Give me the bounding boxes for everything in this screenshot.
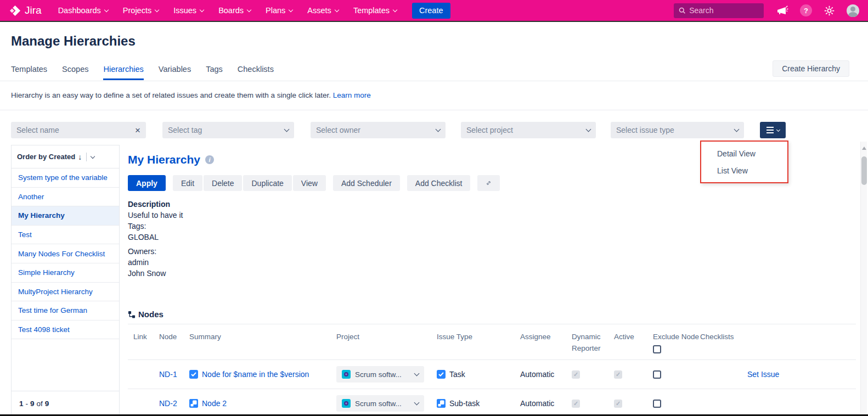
column-header-project: Project — [336, 331, 437, 354]
select-owner-filter[interactable]: Select owner — [311, 122, 446, 138]
task-type-icon — [437, 370, 446, 379]
view-options-button[interactable] — [760, 122, 786, 138]
menu-item-list-view[interactable]: List View — [701, 162, 787, 179]
assignee-value: Automatic — [520, 399, 572, 408]
link-icon — [486, 178, 492, 188]
set-issue-link[interactable]: Set Issue — [747, 370, 779, 379]
tab-tags[interactable]: Tags — [206, 65, 223, 80]
description-label: Description — [128, 199, 856, 210]
sidebar-item[interactable]: System type of the variable — [12, 168, 119, 188]
create-hierarchy-button[interactable]: Create Hierarchy — [773, 60, 849, 77]
delete-button[interactable]: Delete — [204, 175, 242, 191]
copy-link-button[interactable] — [477, 175, 500, 191]
tags-value: GLOBAL — [128, 232, 856, 243]
action-button-group: Edit Delete Duplicate View — [173, 175, 326, 191]
description-value: Useful to have it — [128, 210, 856, 221]
project-select[interactable]: Scrum softw... — [336, 366, 424, 383]
dynamic-reporter-checkbox: ✓ — [572, 370, 580, 379]
sidebar-item[interactable]: Many Nodes For Checklist — [12, 244, 119, 263]
tab-scopes[interactable]: Scopes — [62, 65, 88, 80]
edit-button[interactable]: Edit — [173, 175, 202, 191]
scroll-up-arrow-icon[interactable] — [862, 147, 866, 150]
sidebar-item[interactable]: Another — [12, 188, 119, 207]
subtask-type-icon — [437, 399, 446, 408]
learn-more-link[interactable]: Learn more — [333, 91, 371, 99]
view-options-menu: Detail View List View — [700, 140, 788, 183]
sort-descending-icon[interactable]: ↓ — [78, 153, 82, 161]
select-project-filter[interactable]: Select project — [461, 122, 596, 138]
vertical-scrollbar[interactable] — [860, 142, 867, 413]
node-id-link[interactable]: ND-2 — [159, 399, 177, 408]
jira-logo[interactable]: Jira — [9, 4, 42, 17]
active-checkbox: ✓ — [614, 370, 622, 379]
project-select[interactable]: Scrum softw... — [336, 395, 424, 412]
node-id-link[interactable]: ND-1 — [159, 370, 177, 379]
column-header-node: Node — [159, 331, 189, 354]
user-avatar[interactable] — [847, 4, 859, 17]
node-summary-link[interactable]: Node for $name in the $version — [202, 370, 309, 379]
menu-item-detail-view[interactable]: Detail View — [701, 145, 787, 162]
column-header-link: Link — [133, 331, 159, 354]
create-button[interactable]: Create — [412, 3, 450, 19]
megaphone-icon[interactable] — [775, 4, 788, 17]
info-icon[interactable]: i — [205, 155, 214, 164]
sidebar-item[interactable]: Test time for German — [12, 301, 119, 321]
hierarchy-description: Description Useful to have it Tags: GLOB… — [128, 199, 856, 279]
tab-bar: Templates Scopes Hierarchies Variables T… — [11, 65, 274, 80]
sidebar-item[interactable]: Test — [12, 226, 119, 245]
nodes-table-header: Link Node Summary Project Issue Type Ass… — [128, 324, 856, 360]
tab-templates[interactable]: Templates — [11, 65, 47, 80]
nav-item-projects[interactable]: Projects — [123, 6, 159, 15]
sidebar-item[interactable]: Test 4098 ticket — [12, 321, 119, 340]
sidebar-item-selected[interactable]: My Hierarchy — [12, 206, 119, 226]
tab-variables[interactable]: Variables — [159, 65, 191, 80]
chevron-down-icon — [155, 7, 159, 12]
chevron-down-icon — [436, 126, 441, 132]
exclude-node-checkbox[interactable] — [653, 400, 661, 408]
tab-checklists[interactable]: Checklists — [238, 65, 274, 80]
select-name-filter[interactable]: × — [11, 122, 146, 138]
nav-item-boards[interactable]: Boards — [218, 6, 251, 15]
clear-icon[interactable]: × — [135, 126, 140, 135]
apply-button[interactable]: Apply — [128, 175, 166, 191]
column-header-assignee: Assignee — [520, 331, 572, 354]
tab-hierarchies[interactable]: Hierarchies — [103, 65, 143, 80]
search-input[interactable] — [689, 6, 759, 15]
active-checkbox: ✓ — [614, 400, 622, 408]
select-tag-filter[interactable]: Select tag — [162, 122, 294, 138]
sidebar-item[interactable]: Simple Hierarchy — [12, 263, 119, 283]
nav-item-dashboards[interactable]: Dashboards — [58, 6, 108, 15]
add-checklist-button[interactable]: Add Checklist — [407, 175, 471, 191]
order-by-header[interactable]: Order by Created ↓ — [12, 145, 119, 168]
node-row: ND-1 Node for $name in the $version Scru… — [128, 360, 856, 389]
name-filter-input[interactable] — [16, 126, 135, 134]
assignee-value: Automatic — [520, 370, 572, 379]
column-header-dynamic-reporter: Dynamic Reporter — [572, 331, 614, 354]
nav-item-plans[interactable]: Plans — [266, 6, 292, 15]
node-summary-link[interactable]: Node 2 — [202, 399, 227, 408]
chevron-down-icon[interactable] — [91, 154, 95, 158]
select-issue-type-filter[interactable]: Select issue type — [611, 122, 744, 138]
nav-item-issues[interactable]: Issues — [173, 6, 204, 15]
owner-value: admin — [128, 257, 856, 268]
global-search[interactable] — [674, 3, 764, 18]
chevron-down-icon — [776, 127, 780, 131]
nav-item-templates[interactable]: Templates — [353, 6, 397, 15]
exclude-node-checkbox[interactable] — [653, 370, 661, 379]
duplicate-button[interactable]: Duplicate — [243, 175, 291, 191]
chevron-down-icon — [414, 400, 420, 405]
search-icon — [679, 7, 685, 14]
add-scheduler-button[interactable]: Add Scheduler — [333, 175, 400, 191]
issue-type-label: Sub-task — [449, 399, 480, 408]
exclude-all-checkbox[interactable] — [653, 345, 661, 353]
nav-item-assets[interactable]: Assets — [307, 6, 339, 15]
chevron-down-icon — [104, 7, 109, 12]
column-header-active: Active — [614, 331, 653, 354]
gear-icon[interactable] — [824, 5, 835, 16]
sidebar-item[interactable]: MultyProject Hierarchy — [12, 283, 119, 302]
hierarchy-detail-panel: My Hierarchy i Apply Edit Delete Duplica… — [128, 153, 856, 416]
chevron-down-icon — [335, 7, 339, 12]
view-button[interactable]: View — [293, 175, 326, 191]
help-icon[interactable]: ? — [800, 4, 812, 16]
scrollbar-thumb[interactable] — [861, 156, 867, 185]
